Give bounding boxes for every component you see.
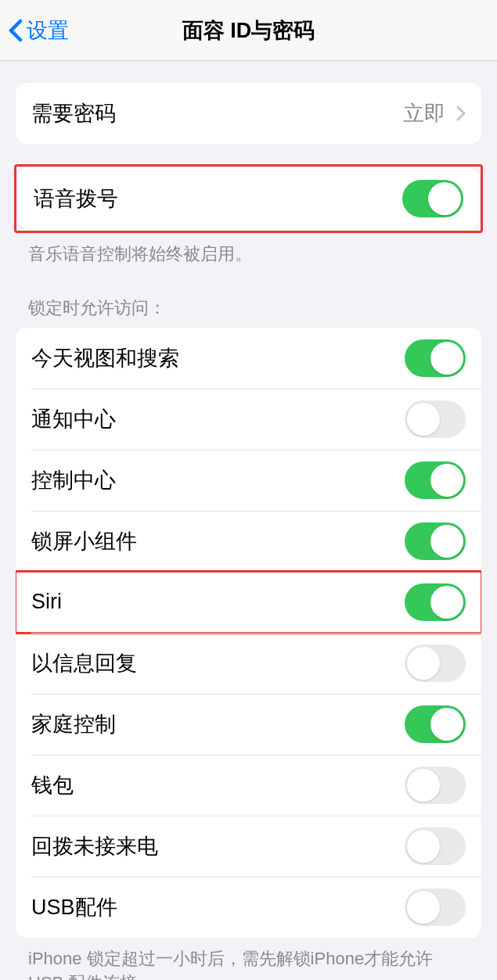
chevron-left-icon [8, 19, 23, 42]
today-view-toggle[interactable] [405, 339, 466, 377]
row-home-control: 家庭控制 [16, 694, 481, 755]
toggle-knob [430, 464, 463, 497]
row-today-view: 今天视图和搜索 [16, 328, 481, 389]
row-control-center: 控制中心 [16, 450, 481, 511]
back-button[interactable]: 设置 [0, 16, 69, 45]
row-require-passcode[interactable]: 需要密码 立即 [16, 83, 481, 144]
return-call-toggle[interactable] [405, 827, 466, 865]
row-label: 需要密码 [31, 99, 116, 127]
siri-toggle[interactable] [405, 583, 466, 621]
usb-footer: iPhone 锁定超过一小时后，需先解锁iPhone才能允许 USB 配件连接。 [0, 938, 497, 980]
row-lock-widgets: 锁屏小组件 [16, 511, 481, 572]
toggle-knob [407, 891, 440, 924]
voice-dial-footer: 音乐语音控制将始终被启用。 [0, 233, 497, 267]
toggle-knob [430, 342, 463, 375]
row-label: 控制中心 [31, 466, 116, 494]
row-label: 今天视图和搜索 [31, 344, 179, 372]
content: 需要密码 立即 语音拨号 音乐语音控制将始终被启用。 锁定时允许访问： 今天视图… [0, 83, 497, 980]
group-require-passcode: 需要密码 立即 [16, 83, 481, 144]
row-wallet: 钱包 [16, 755, 481, 816]
back-label: 设置 [27, 16, 69, 45]
toggle-knob [430, 586, 463, 619]
chevron-right-icon [456, 106, 466, 121]
row-label: 语音拨号 [34, 185, 118, 213]
toggle-knob [407, 830, 440, 863]
toggle-knob [428, 182, 461, 215]
row-siri: Siri [16, 572, 481, 633]
row-label: 锁屏小组件 [31, 527, 137, 555]
row-reply-message: 以信息回复 [16, 633, 481, 694]
toggle-knob [430, 708, 463, 741]
usb-accessories-toggle[interactable] [405, 888, 466, 926]
row-notification-center: 通知中心 [16, 389, 481, 450]
row-label: 家庭控制 [31, 710, 116, 738]
toggle-knob [430, 525, 463, 558]
row-label: USB配件 [31, 893, 117, 921]
control-center-toggle[interactable] [405, 461, 466, 499]
row-label: 以信息回复 [31, 649, 137, 677]
row-return-call: 回拨未接来电 [16, 816, 481, 877]
wallet-toggle[interactable] [405, 766, 466, 804]
home-control-toggle[interactable] [405, 705, 466, 743]
row-label: 钱包 [31, 771, 74, 799]
toggle-knob [407, 403, 440, 436]
row-label: 通知中心 [31, 405, 116, 433]
toggle-knob [407, 769, 440, 802]
row-label: Siri [31, 590, 62, 614]
reply-message-toggle[interactable] [405, 644, 466, 682]
notification-center-toggle[interactable] [405, 400, 466, 438]
navigation-header: 设置 面容 ID与密码 [0, 0, 497, 61]
group-lock-access: 今天视图和搜索 通知中心 控制中心 锁屏小组件 Siri [16, 328, 481, 938]
row-value-container: 立即 [403, 99, 466, 127]
page-title: 面容 ID与密码 [182, 16, 315, 45]
lock-section-header: 锁定时允许访问： [0, 296, 497, 328]
row-label: 回拨未接来电 [31, 832, 158, 860]
voice-dial-toggle[interactable] [402, 180, 463, 217]
lock-widgets-toggle[interactable] [405, 522, 466, 560]
row-usb-accessories: USB配件 [16, 877, 481, 938]
group-voice-dial-highlight: 语音拨号 [14, 164, 483, 233]
toggle-knob [407, 647, 440, 680]
row-voice-dial: 语音拨号 [18, 168, 479, 229]
row-value: 立即 [403, 99, 445, 127]
